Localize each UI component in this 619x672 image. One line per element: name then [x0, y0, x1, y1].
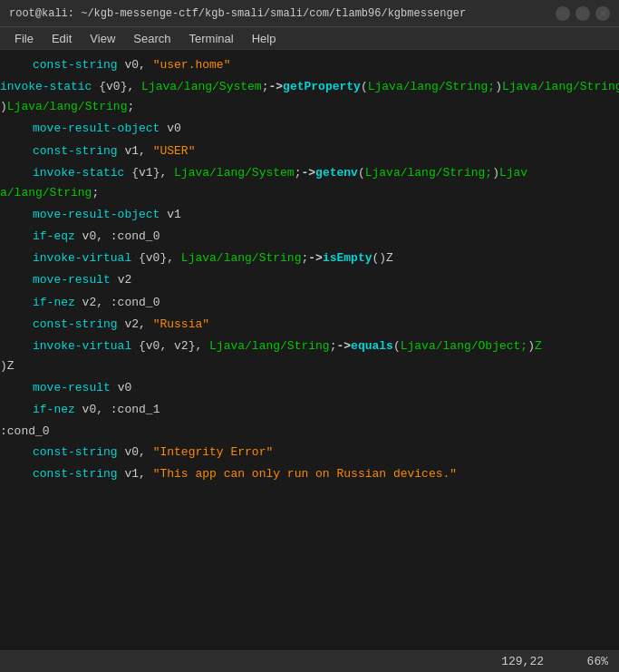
- window-controls: − □ ✕: [556, 6, 610, 21]
- menu-view[interactable]: View: [82, 30, 122, 47]
- minimize-button[interactable]: −: [556, 6, 570, 21]
- code-line: invoke-static {v1}, Ljava/lang/System ; …: [0, 163, 619, 183]
- title-bar: root@kali: ~/kgb-messenge-ctf/kgb-smali/…: [0, 0, 619, 27]
- status-separator: [558, 655, 573, 668]
- maximize-button[interactable]: □: [575, 6, 590, 21]
- menu-edit[interactable]: Edit: [44, 30, 79, 47]
- code-line: if-eqz v0, :cond_0: [0, 227, 619, 247]
- code-line: invoke-virtual {v0}, Ljava/lang/String ;…: [0, 248, 619, 268]
- code-line: if-nez v2, :cond_0: [0, 293, 619, 313]
- code-line: move-result v2: [0, 270, 619, 290]
- code-line: move-result-object v0: [0, 119, 619, 139]
- menu-terminal[interactable]: Terminal: [182, 30, 241, 47]
- menu-file[interactable]: File: [7, 30, 41, 47]
- zoom-level: 66%: [587, 655, 608, 668]
- code-line: const-string v0, "Integrity Error": [0, 443, 619, 463]
- code-line: invoke-static {v0}, Ljava/lang/System ; …: [0, 77, 619, 97]
- code-line: const-string v1, "USER": [0, 141, 619, 161]
- menu-help[interactable]: Help: [245, 30, 284, 47]
- code-line: const-string v0, "user.home": [0, 55, 619, 75]
- code-line: move-result-object v1: [0, 205, 619, 225]
- status-bar: 129,22 66%: [0, 650, 619, 672]
- code-line-wrap: )Z: [0, 356, 619, 376]
- code-line: const-string v1, "This app can only run …: [0, 464, 619, 484]
- code-line: move-result v0: [0, 378, 619, 398]
- window-title: root@kali: ~/kgb-messenge-ctf/kgb-smali/…: [9, 7, 466, 20]
- code-line-wrap: a/lang/String ;: [0, 183, 619, 203]
- cursor-position: 129,22: [501, 655, 544, 668]
- code-line: const-string v2, "Russia": [0, 315, 619, 335]
- close-button[interactable]: ✕: [595, 6, 610, 21]
- menu-search[interactable]: Search: [126, 30, 178, 47]
- code-line: invoke-virtual {v0, v2}, Ljava/lang/Stri…: [0, 336, 619, 356]
- code-area: const-string v0, "user.home" invoke-stat…: [0, 50, 619, 650]
- code-line: if-nez v0, :cond_1: [0, 400, 619, 420]
- code-line: :cond_0: [0, 422, 619, 442]
- code-line-wrap: ) Ljava/lang/String ;: [0, 97, 619, 117]
- menu-bar: File Edit View Search Terminal Help: [0, 27, 619, 50]
